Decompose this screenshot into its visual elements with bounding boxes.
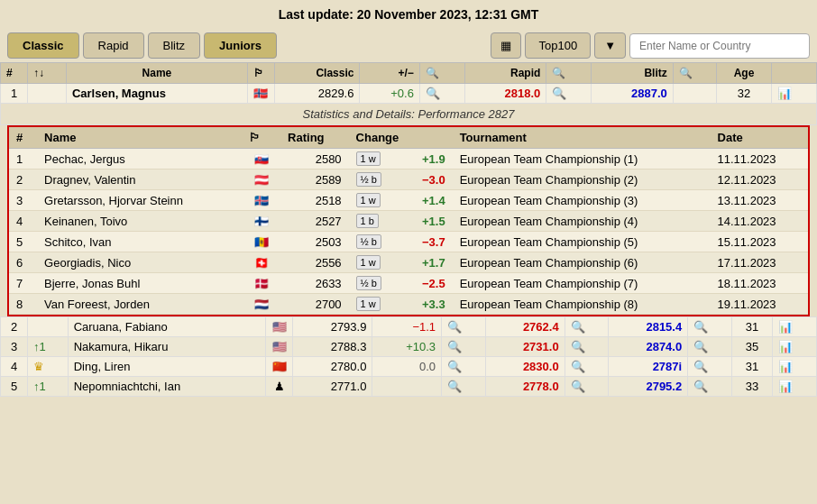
perf-change: −3.7 [402, 232, 453, 252]
player-search1[interactable]: 🔍 [442, 377, 485, 397]
player-flag: ♟ [266, 377, 293, 397]
player-name[interactable]: Carlsen, Magnus [66, 84, 247, 104]
perf-section: # Name 🏳 Rating Change Tournament Date 1… [7, 125, 810, 316]
player-blitz: 2815.4 [609, 317, 688, 337]
player-search3[interactable]: 🔍 [688, 337, 731, 357]
perf-num: 2 [9, 170, 37, 190]
perf-rating: 2589 [280, 170, 349, 190]
perf-date: 13.11.2023 [711, 190, 808, 211]
table-row[interactable]: 2 Caruana, Fabiano 🇺🇸 2793.9 −1.1 🔍 2762… [1, 317, 817, 337]
perf-num: 5 [9, 232, 37, 252]
perf-change: +1.4 [402, 190, 453, 211]
table-row[interactable]: 4 ♛ Ding, Liren 🇨🇳 2780.0 0.0 🔍 2830.0 🔍… [1, 357, 817, 377]
player-search1[interactable]: 🔍 [442, 357, 485, 377]
player-search3[interactable]: 🔍 [688, 317, 731, 337]
perf-flag: 🇳🇱 [242, 294, 280, 315]
player-search3[interactable]: 🔍 [688, 377, 731, 397]
col-search3: 🔍 [673, 63, 716, 84]
player-change: +0.6 [360, 84, 419, 104]
player-arrows [28, 84, 67, 104]
tab-blitz[interactable]: Blitz [148, 32, 201, 59]
tab-rapid[interactable]: Rapid [83, 32, 144, 59]
chart-button[interactable]: ▦ [491, 32, 521, 59]
col-search1: 🔍 [419, 63, 464, 84]
perf-name: Van Foreest, Jorden [37, 294, 242, 315]
player-age: 32 [716, 84, 771, 104]
player-flag: 🇨🇳 [266, 357, 293, 377]
player-rapid: 2830.0 [485, 357, 565, 377]
perf-flag: 🇦🇹 [242, 170, 280, 190]
perf-row[interactable]: 4 Keinanen, Toivo 🇫🇮 2527 1 b +1.5 Europ… [9, 211, 808, 232]
player-rank: 2 [1, 317, 28, 337]
table-row[interactable]: 3 ↑1 Nakamura, Hikaru 🇺🇸 2788.3 +10.3 🔍 … [1, 337, 817, 357]
player-search2[interactable]: 🔍 [546, 84, 592, 104]
player-flag: 🇺🇸 [266, 337, 293, 357]
perf-row[interactable]: 6 Georgiadis, Nico 🇨🇭 2556 1 w +1.7 Euro… [9, 252, 808, 273]
perf-date: 14.11.2023 [711, 211, 808, 232]
player-age: 31 [731, 317, 773, 337]
perf-result: 1 w [349, 294, 402, 315]
tab-classic[interactable]: Classic [7, 32, 79, 59]
player-search1[interactable]: 🔍 [442, 337, 485, 357]
player-search2[interactable]: 🔍 [565, 377, 608, 397]
perf-row[interactable]: 3 Gretarsson, Hjorvar Steinn 🇮🇸 2518 1 w… [9, 190, 808, 211]
player-name[interactable]: Ding, Liren [68, 357, 266, 377]
player-name[interactable]: Nepomniachtchi, Ian [68, 377, 266, 397]
perf-date: 11.11.2023 [711, 149, 808, 170]
perf-change: +1.9 [402, 149, 453, 170]
perf-row[interactable]: 7 Bjerre, Jonas Buhl 🇩🇰 2633 ½ b −2.5 Eu… [9, 273, 808, 294]
player-search2[interactable]: 🔍 [565, 357, 608, 377]
player-search2[interactable]: 🔍 [565, 337, 608, 357]
player-rapid: 2762.4 [485, 317, 565, 337]
perf-rating: 2580 [280, 149, 349, 170]
perf-rating: 2700 [280, 294, 349, 315]
perf-result: 1 b [349, 211, 402, 232]
player-classic: 2780.0 [293, 357, 372, 377]
perf-date: 15.11.2023 [711, 232, 808, 252]
player-classic: 2771.0 [293, 377, 372, 397]
tab-juniors[interactable]: Juniors [204, 32, 277, 59]
perf-row[interactable]: 8 Van Foreest, Jorden 🇳🇱 2700 1 w +3.3 E… [9, 294, 808, 315]
perf-result: ½ b [349, 232, 402, 252]
perf-flag: 🇮🇸 [242, 190, 280, 211]
perf-col-name: Name [37, 127, 242, 149]
col-extra [772, 63, 817, 84]
perf-change: +1.5 [402, 211, 453, 232]
perf-num: 1 [9, 149, 37, 170]
player-search3[interactable] [673, 84, 716, 104]
filter-button[interactable]: ▼ [594, 32, 626, 59]
player-search2[interactable]: 🔍 [565, 317, 608, 337]
perf-name: Georgiadis, Nico [37, 252, 242, 273]
player-blitz: 2874.0 [609, 337, 688, 357]
player-search1[interactable]: 🔍 [442, 317, 485, 337]
perf-flag: 🇩🇰 [242, 273, 280, 294]
perf-col-rating: Rating [280, 127, 349, 149]
perf-row[interactable]: 5 Schitco, Ivan 🇲🇩 2503 ½ b −3.7 Europea… [9, 232, 808, 252]
col-rank: # [1, 63, 28, 84]
player-blitz: 2887.0 [592, 84, 674, 104]
player-name[interactable]: Caruana, Fabiano [68, 317, 266, 337]
table-row[interactable]: 5 ↑1 Nepomniachtchi, Ian ♟ 2771.0 🔍 2778… [1, 377, 817, 397]
player-name[interactable]: Nakamura, Hikaru [68, 337, 266, 357]
player-blitz: 2787i [609, 357, 688, 377]
search-input[interactable] [629, 33, 810, 59]
perf-rating: 2518 [280, 190, 349, 211]
expand-row[interactable]: Statistics and Details: Performance 2827 [1, 104, 817, 125]
perf-tournament: European Team Championship (1) [453, 149, 711, 170]
top-player-row[interactable]: 1 Carlsen, Magnus 🇳🇴 2829.6 +0.6 🔍 2818.… [1, 84, 817, 104]
column-headers: # ↑↓ Name 🏳 Classic +/− 🔍 Rapid 🔍 Blitz … [1, 63, 817, 84]
perf-tournament: European Team Championship (8) [453, 294, 711, 315]
main-table: # ↑↓ Name 🏳 Classic +/− 🔍 Rapid 🔍 Blitz … [0, 62, 817, 125]
perf-row[interactable]: 2 Dragnev, Valentin 🇦🇹 2589 ½ b −3.0 Eur… [9, 170, 808, 190]
player-flag: 🇺🇸 [266, 317, 293, 337]
top100-button[interactable]: Top100 [525, 32, 591, 59]
player-classic: 2829.6 [274, 84, 360, 104]
perf-change: +3.3 [402, 294, 453, 315]
player-blitz: 2795.2 [609, 377, 688, 397]
perf-num: 6 [9, 252, 37, 273]
player-search3[interactable]: 🔍 [688, 357, 731, 377]
player-search1[interactable]: 🔍 [419, 84, 464, 104]
player-change: +10.3 [372, 337, 442, 357]
perf-row[interactable]: 1 Pechac, Jergus 🇸🇰 2580 1 w +1.9 Europe… [9, 149, 808, 170]
expand-text: Statistics and Details: Performance 2827 [1, 104, 817, 125]
